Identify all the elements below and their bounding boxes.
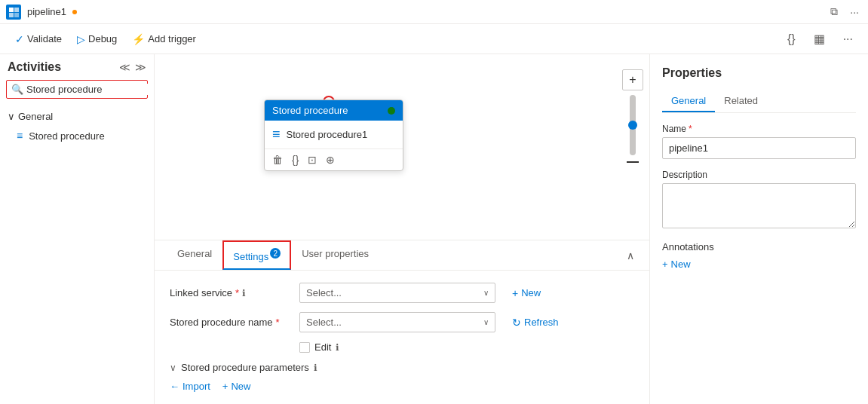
section-label: General [18, 111, 53, 122]
main-content: Activities ≪ ≫ 🔍 ∨ General ≡ Stored proc… [0, 54, 868, 404]
linked-service-label: Linked service * ℹ [170, 287, 290, 298]
settings-badge: 2 [270, 248, 281, 259]
stored-procedure-label: Stored procedure [29, 130, 104, 142]
title-bar-right: ⧉ ··· [827, 4, 862, 20]
toolbar-right: {} ▦ ··· [781, 29, 859, 49]
node-toolbar: 🗑 {} ⊡ ⊕ [265, 148, 403, 170]
name-field: Name * [662, 124, 856, 159]
properties-title: Properties [662, 66, 856, 80]
unsaved-indicator [72, 10, 77, 14]
validate-button[interactable]: ✓ Validate [9, 30, 68, 48]
linked-service-select[interactable]: Select... ∨ [299, 283, 495, 303]
new-param-button[interactable]: + New [222, 381, 251, 392]
properties-panel: Properties General Related Name * Descri… [649, 54, 868, 404]
prop-tab-related[interactable]: Related [715, 90, 767, 112]
more-options-icon[interactable]: ··· [847, 5, 862, 20]
annotations-section: Annotations + New [662, 241, 856, 270]
svg-rect-3 [14, 13, 19, 17]
node-delete-icon[interactable]: 🗑 [271, 152, 284, 167]
new-param-plus-icon: + [222, 381, 229, 392]
sidebar-controls: ≪ ≫ [119, 61, 146, 73]
activity-search-box[interactable]: 🔍 [6, 80, 148, 99]
main-toolbar: ✓ Validate ▷ Debug ⚡ Add trigger {} ▦ ··… [0, 24, 868, 54]
item-more-icon[interactable]: ··· [139, 130, 146, 141]
general-section-header[interactable]: ∨ General [0, 108, 154, 125]
tab-user-properties[interactable]: User properties [291, 240, 379, 270]
refresh-icon: ↻ [512, 317, 521, 329]
node-copy-icon[interactable]: ⊡ [306, 152, 318, 167]
sp-params-section-header[interactable]: ∨ Stored procedure parameters ℹ [170, 362, 634, 373]
zoom-out-dash [627, 161, 639, 163]
title-bar-left: pipeline1 [6, 5, 77, 20]
monitor-icon[interactable]: ▦ [808, 29, 831, 49]
svg-rect-1 [14, 8, 19, 12]
zoom-in-button[interactable]: + [622, 69, 643, 90]
import-button[interactable]: ← Import [170, 381, 210, 392]
sp-params-actions: ← Import + New [170, 381, 634, 392]
restore-icon[interactable]: ⧉ [827, 4, 841, 20]
bottom-tabs: General Settings2 User properties [167, 240, 379, 270]
svg-rect-2 [9, 13, 14, 17]
zoom-slider[interactable] [630, 95, 636, 155]
import-arrow-icon: ← [170, 381, 179, 392]
edit-checkbox[interactable] [299, 342, 310, 353]
general-section: ∨ General ≡ Stored procedure ⠿ ··· [0, 105, 154, 149]
search-icon: 🔍 [11, 84, 23, 95]
new-linked-service-button[interactable]: + New [505, 283, 548, 303]
zoom-slider-thumb[interactable] [628, 121, 637, 130]
sp-name-select[interactable]: Select... ∨ [299, 312, 495, 332]
app-logo [6, 5, 21, 20]
expand-icon[interactable]: ≫ [135, 61, 146, 73]
debug-icon: ▷ [77, 33, 85, 45]
node-header-label: Stored procedure [272, 105, 348, 116]
add-trigger-button[interactable]: ⚡ Add trigger [126, 30, 202, 48]
annotations-plus-icon: + [662, 259, 668, 270]
stored-procedure-icon: ≡ [17, 130, 23, 142]
activities-sidebar: Activities ≪ ≫ 🔍 ∨ General ≡ Stored proc… [0, 54, 155, 404]
node-code-icon[interactable]: {} [290, 152, 300, 167]
name-label: Name * [662, 124, 856, 134]
bottom-panel-header: General Settings2 User properties ∧ [155, 240, 649, 271]
validate-icon: ✓ [15, 33, 24, 45]
sidebar-title: Activities [8, 60, 61, 74]
node-body-icon: ≡ [272, 127, 281, 142]
pipeline-title: pipeline1 [27, 6, 66, 17]
linked-service-placeholder: Select... [306, 287, 342, 298]
refresh-button[interactable]: ↻ Refresh [505, 313, 566, 332]
name-required: * [689, 124, 692, 134]
svg-rect-0 [9, 8, 14, 12]
stored-procedure-item[interactable]: ≡ Stored procedure ⠿ ··· [0, 125, 154, 146]
stored-procedure-node[interactable]: Stored procedure ≡ Stored procedure1 🗑 {… [264, 99, 403, 171]
node-header-right [388, 107, 395, 115]
linked-service-info-icon[interactable]: ℹ [242, 288, 246, 298]
section-chevron-icon: ∨ [8, 111, 15, 122]
properties-tabs: General Related [662, 90, 856, 113]
sp-name-required: * [276, 317, 280, 328]
edit-label: Edit [314, 341, 331, 353]
description-textarea[interactable] [662, 183, 856, 228]
linked-service-arrow-icon: ∨ [483, 289, 489, 297]
name-input[interactable] [662, 137, 856, 159]
tab-settings[interactable]: Settings2 [222, 240, 291, 270]
collapse-icon[interactable]: ≪ [119, 61, 130, 73]
prop-tab-general[interactable]: General [662, 90, 715, 112]
pipeline-canvas[interactable]: Stored procedure ≡ Stored procedure1 🗑 {… [155, 54, 649, 240]
panel-collapse-icon[interactable]: ∧ [624, 246, 637, 265]
code-view-icon[interactable]: {} [781, 29, 802, 49]
edit-info-icon[interactable]: ℹ [336, 342, 339, 353]
sp-params-info-icon[interactable]: ℹ [314, 363, 317, 373]
bottom-panel: General Settings2 User properties ∧ [155, 240, 649, 404]
trigger-icon: ⚡ [132, 33, 145, 45]
item-drag-icon[interactable]: ⠿ [130, 130, 137, 141]
node-body-label: Stored procedure1 [287, 129, 368, 140]
sp-name-placeholder: Select... [306, 317, 342, 328]
ellipsis-icon[interactable]: ··· [837, 29, 859, 49]
debug-button[interactable]: ▷ Debug [71, 30, 123, 48]
node-connect-icon[interactable]: ⊕ [324, 152, 336, 167]
node-header: Stored procedure [265, 100, 403, 121]
sidebar-header: Activities ≪ ≫ [0, 54, 154, 77]
search-input[interactable] [26, 84, 153, 95]
annotations-new-button[interactable]: + New [662, 259, 856, 270]
tab-general[interactable]: General [167, 240, 222, 270]
sp-name-row: Stored procedure name * Select... ∨ ↻ Re… [170, 312, 634, 332]
